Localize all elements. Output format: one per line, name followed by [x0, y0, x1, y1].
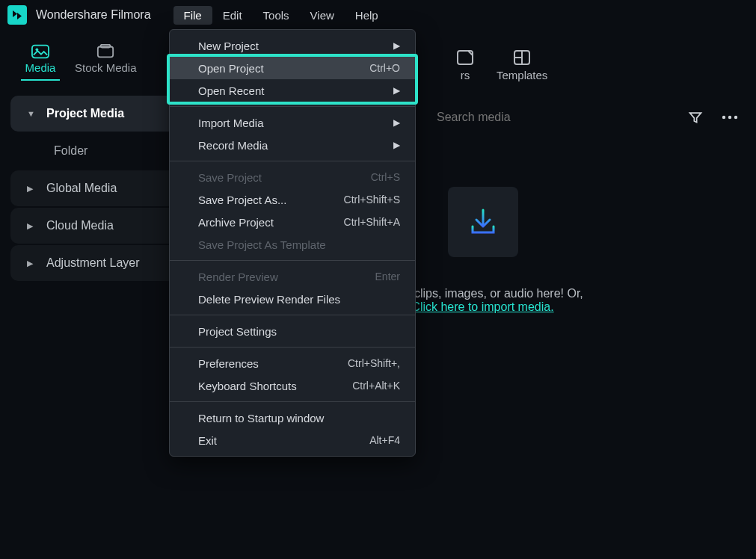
menu-tools[interactable]: Tools — [253, 6, 300, 25]
menu-separator — [170, 161, 415, 161]
sidebar-project-media-label: Project Media — [46, 107, 124, 120]
svg-rect-2 — [98, 47, 113, 58]
menu-project-settings[interactable]: Project Settings — [170, 320, 415, 342]
menu-open-recent-label: Open Recent — [198, 84, 264, 97]
import-box[interactable] — [448, 187, 518, 257]
menu-return-startup[interactable]: Return to Startup window — [170, 407, 415, 429]
menu-render-preview-shortcut: Enter — [375, 271, 400, 282]
tab-stock-media[interactable]: Stock Media — [75, 44, 137, 85]
menu-save-project-as[interactable]: Save Project As... Ctrl+Shift+S — [170, 188, 415, 211]
file-menu: New Project ▶ Open Project Ctrl+O Open R… — [169, 29, 416, 457]
menu-record-media-label: Record Media — [198, 139, 268, 152]
tab-stickers[interactable]: rs — [456, 49, 474, 81]
menu-save-project-as-label: Save Project As... — [198, 194, 286, 206]
menu-save-project-label: Save Project — [198, 171, 262, 184]
menu-delete-preview-label: Delete Preview Render Files — [198, 293, 340, 306]
chevron-right-icon: ▶ — [27, 259, 37, 268]
tab-media-underline — [21, 79, 60, 81]
chevron-right-icon: ▶ — [27, 221, 37, 231]
tab-stickers-label: rs — [461, 69, 470, 81]
menu-archive-project[interactable]: Archive Project Ctrl+Shift+A — [170, 211, 415, 233]
sidebar-global-media-label: Global Media — [46, 182, 117, 195]
menu-render-preview-label: Render Preview — [198, 271, 278, 283]
tab-media-label: Media — [25, 61, 56, 74]
sidebar-adjustment-layer-label: Adjustment Layer — [46, 256, 140, 270]
submenu-arrow-icon: ▶ — [393, 117, 400, 128]
menu-separator — [170, 401, 415, 402]
menubar: File Edit Tools View Help — [173, 0, 389, 30]
menu-separator — [170, 315, 415, 315]
more-icon[interactable] — [719, 106, 741, 129]
menu-save-template-label: Save Project As Template — [198, 238, 326, 251]
menu-save-project-shortcut: Ctrl+S — [371, 171, 400, 183]
menu-exit[interactable]: Exit Alt+F4 — [170, 429, 415, 451]
menu-open-project[interactable]: Open Project Ctrl+O — [170, 57, 415, 79]
download-icon — [465, 204, 501, 240]
tab-templates-label: Templates — [497, 69, 547, 81]
menu-exit-label: Exit — [198, 434, 217, 447]
menu-keyboard-shortcuts-shortcut: Ctrl+Alt+K — [352, 380, 400, 392]
tab-media[interactable]: Media — [21, 44, 60, 85]
menu-new-project-label: New Project — [198, 40, 259, 52]
templates-icon — [513, 49, 531, 66]
sidebar-folder-label: Folder — [54, 144, 87, 158]
menu-record-media[interactable]: Record Media ▶ — [170, 134, 415, 156]
menu-separator — [170, 347, 415, 348]
chevron-right-icon: ▶ — [27, 184, 37, 194]
menu-view[interactable]: View — [300, 6, 345, 25]
menu-file[interactable]: File — [173, 6, 212, 25]
menu-edit[interactable]: Edit — [212, 6, 253, 25]
stock-media-icon — [96, 44, 114, 59]
media-icon — [31, 44, 49, 59]
menu-project-settings-label: Project Settings — [198, 325, 277, 338]
import-link[interactable]: Click here to import media. — [411, 300, 553, 313]
svg-point-10 — [734, 116, 737, 119]
menu-return-startup-label: Return to Startup window — [198, 412, 324, 424]
menu-save-project-as-shortcut: Ctrl+Shift+S — [344, 194, 400, 206]
filter-icon[interactable] — [684, 106, 707, 129]
menu-save-project: Save Project Ctrl+S — [170, 166, 415, 188]
submenu-arrow-icon: ▶ — [393, 85, 400, 96]
submenu-arrow-icon: ▶ — [393, 40, 400, 51]
menu-save-template: Save Project As Template — [170, 233, 415, 256]
menu-separator — [170, 260, 415, 261]
menu-archive-project-label: Archive Project — [198, 216, 274, 229]
sidebar-cloud-media-label: Cloud Media — [46, 219, 114, 232]
menu-help[interactable]: Help — [345, 6, 389, 25]
titlebar: Wondershare Filmora File Edit Tools View… — [0, 0, 756, 30]
chevron-down-icon: ▼ — [27, 109, 37, 118]
menu-exit-shortcut: Alt+F4 — [369, 434, 400, 446]
search-input[interactable] — [431, 104, 672, 131]
app-title: Wondershare Filmora — [36, 8, 151, 22]
menu-render-preview: Render Preview Enter — [170, 265, 415, 288]
svg-point-8 — [722, 116, 725, 119]
menu-separator — [170, 106, 415, 107]
tab-templates[interactable]: Templates — [497, 49, 547, 81]
menu-archive-project-shortcut: Ctrl+Shift+A — [344, 216, 400, 228]
highlighted-open-group: Open Project Ctrl+O Open Recent ▶ — [167, 54, 418, 105]
menu-preferences-shortcut: Ctrl+Shift+, — [348, 357, 400, 369]
tab-stock-media-label: Stock Media — [75, 61, 137, 74]
stickers-icon — [456, 49, 474, 66]
menu-preferences-label: Preferences — [198, 357, 259, 370]
menu-delete-preview[interactable]: Delete Preview Render Files — [170, 288, 415, 310]
svg-rect-0 — [32, 46, 49, 58]
menu-open-project-shortcut: Ctrl+O — [369, 62, 400, 74]
svg-point-9 — [728, 116, 731, 119]
tab-stock-underline — [86, 79, 125, 81]
menu-keyboard-shortcuts-label: Keyboard Shortcuts — [198, 380, 297, 392]
menu-open-project-label: Open Project — [198, 62, 264, 75]
menu-import-media-label: Import Media — [198, 117, 264, 129]
menu-keyboard-shortcuts[interactable]: Keyboard Shortcuts Ctrl+Alt+K — [170, 374, 415, 397]
app-logo — [7, 5, 27, 25]
menu-preferences[interactable]: Preferences Ctrl+Shift+, — [170, 352, 415, 374]
submenu-arrow-icon: ▶ — [393, 140, 400, 150]
menu-open-recent[interactable]: Open Recent ▶ — [170, 79, 415, 102]
menu-import-media[interactable]: Import Media ▶ — [170, 111, 415, 134]
